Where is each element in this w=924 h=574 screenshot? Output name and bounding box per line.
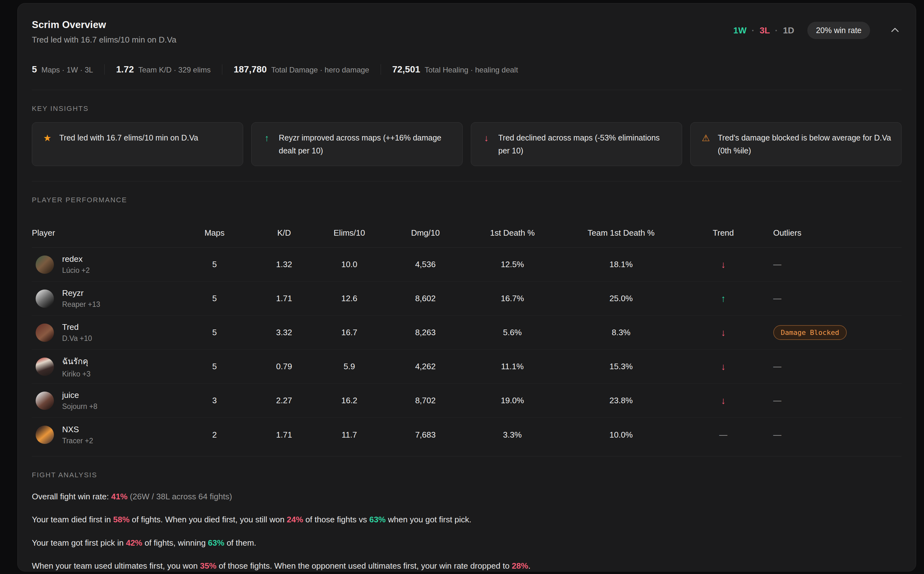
fight-line-segment: 58% [113,515,130,524]
stat-value: 5 [32,64,37,75]
column-header: Outliers [763,215,902,247]
column-header: Elims/10 [315,215,384,247]
fight-line-segment: 24% [287,515,303,524]
column-header: K/D [253,215,315,247]
table-row: juiceSojourn +832.2716.28,70219.0%23.8%↓… [32,384,902,418]
stat-item: 1.72Team K/D · 329 elims [104,64,222,75]
cell-maps: 2 [175,430,253,440]
fight-line: Your team got first pick in 42% of fight… [32,537,902,549]
scrim-overview-panel: Scrim Overview Tred led with 16.7 elims/… [17,3,916,571]
trend-down-icon: ↓ [721,327,726,338]
cell-elims-per-10: 16.7 [315,328,384,337]
fight-line-segment: of fights. When you died first, you stil… [130,515,287,524]
collapse-panel-button[interactable] [888,25,902,36]
fight-line-segment: of those fights. When the opponent used … [216,561,512,571]
no-outlier-dash: — [773,396,782,405]
stat-item: 187,780Total Damage · hero damage [222,64,381,75]
cell-maps: 3 [175,396,253,405]
insight-text: Tred declined across maps (-53% eliminat… [498,131,672,157]
cell-kd: 0.79 [253,362,315,371]
outlier-badge: Damage Blocked [773,325,847,340]
fight-line-segment: . [528,561,530,571]
key-insights-label: KEY INSIGHTS [32,105,902,113]
outliers-cell: — [763,430,902,440]
fight-line-segment: 42% [126,538,142,547]
cell-maps: 5 [175,260,253,270]
fight-line-segment: Your team died first in [32,515,113,524]
cell-team-first-death-pct: 23.8% [558,396,684,405]
column-header: Maps [175,215,253,247]
cell-first-death-pct: 19.0% [467,396,558,405]
trend-cell: ↓ [684,259,762,270]
column-header: Player [32,215,175,247]
player-avatar [36,290,54,308]
no-outlier-dash: — [773,430,782,440]
cell-elims-per-10: 10.0 [315,260,384,270]
player-cell: redexLúcio +2 [32,254,175,275]
record-separator: · [775,25,778,36]
arrow-down-icon: ↓ [481,131,492,145]
cell-first-death-pct: 3.3% [467,430,558,440]
player-heroes: D.Va +10 [62,334,92,343]
cell-dmg-per-10: 4,536 [384,260,467,270]
stat-item: 72,501Total Healing · healing dealt [381,64,530,75]
cell-kd: 3.32 [253,328,315,337]
table-body: redexLúcio +251.3210.04,53612.5%18.1%↓—R… [32,248,902,452]
fight-line: Your team died first in 58% of fights. W… [32,514,902,525]
trend-cell: — [684,430,762,440]
insights-row: ★Tred led with 16.7 elims/10 min on D.Va… [32,122,902,166]
record-separator: · [752,25,754,36]
cell-kd: 2.27 [253,396,315,405]
player-cell: ฉันรักคุKiriko +3 [32,355,175,378]
player-name: redex [62,254,90,264]
player-cell: ReyzrReaper +13 [32,288,175,309]
no-outlier-dash: — [773,293,782,303]
cell-maps: 5 [175,362,253,371]
section-divider [32,181,902,181]
win-rate-badge: 20% win rate [807,22,870,39]
insight-card: ⚠Tred's damage blocked is below average … [690,122,902,166]
record-losses: 3L [760,25,770,36]
cell-elims-per-10: 11.7 [315,430,384,440]
fight-line-segment: when you got first pick. [386,515,471,524]
cell-team-first-death-pct: 18.1% [558,260,684,270]
player-heroes: Tracer +2 [62,437,93,445]
trend-down-icon: ↓ [721,259,726,270]
fight-line-segment: of them. [224,538,256,547]
insight-card: ↓Tred declined across maps (-53% elimina… [471,122,682,166]
outliers-cell: — [763,293,902,303]
table-row: TredD.Va +1053.3216.78,2635.6%8.3%↓Damag… [32,316,902,350]
player-identity: redexLúcio +2 [62,254,90,275]
cell-team-first-death-pct: 10.0% [558,430,684,440]
fight-line-segment: 28% [512,561,528,571]
stat-value: 187,780 [234,64,267,75]
player-cell: NXSTracer +2 [32,425,175,445]
insight-text: Reyzr improved across maps (++16% damage… [279,131,453,157]
trend-cell: ↓ [684,361,762,372]
fight-analysis-label: FIGHT ANALYSIS [32,471,902,479]
cell-elims-per-10: 5.9 [315,362,384,371]
cell-first-death-pct: 5.6% [467,328,558,337]
cell-dmg-per-10: 8,702 [384,396,467,405]
stats-row: 5Maps · 1W · 3L1.72Team K/D · 329 elims1… [32,64,902,75]
player-heroes: Sojourn +8 [62,402,97,411]
fight-line-segment: 63% [208,538,224,547]
cell-kd: 1.71 [253,430,315,440]
cell-dmg-per-10: 7,683 [384,430,467,440]
cell-first-death-pct: 11.1% [467,362,558,371]
stat-item: 5Maps · 1W · 3L [32,64,104,75]
trend-down-icon: ↓ [721,361,726,372]
column-header: Dmg/10 [384,215,467,247]
player-cell: TredD.Va +10 [32,322,175,343]
player-performance-table: PlayerMapsK/DElims/10Dmg/101st Death %Te… [32,215,902,452]
fight-line: Overall fight win rate: 41% (26W / 38L a… [32,491,902,502]
table-header: PlayerMapsK/DElims/10Dmg/101st Death %Te… [32,215,902,248]
table-row: redexLúcio +251.3210.04,53612.5%18.1%↓— [32,248,902,282]
stat-label: Maps · 1W · 3L [41,66,93,74]
table-row: ReyzrReaper +1351.7112.68,60216.7%25.0%↑… [32,282,902,316]
outliers-cell: — [763,260,902,270]
player-name: ฉันรักคุ [62,355,90,367]
insight-text: Tred led with 16.7 elims/10 min on D.Va [59,131,198,144]
warning-icon: ⚠ [700,131,712,145]
player-identity: juiceSojourn +8 [62,390,97,411]
